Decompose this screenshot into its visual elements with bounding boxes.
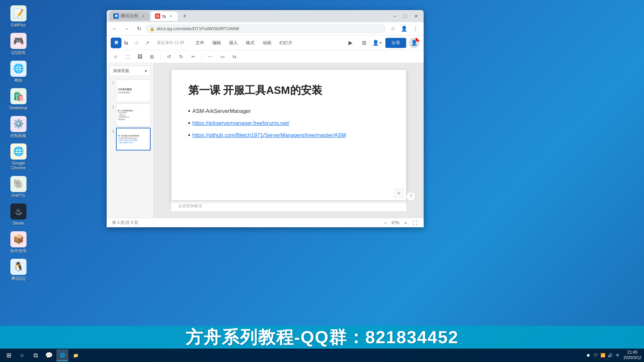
chrome-label: Google Chrome xyxy=(5,161,32,171)
status-right: − 97% + ⛶ xyxy=(382,220,418,226)
draw-shape-btn[interactable]: ⬚ xyxy=(123,52,133,62)
minimize-button[interactable]: ─ xyxy=(390,11,399,21)
tray-volume-icon[interactable]: 🔊 xyxy=(607,352,613,358)
slide-link-2[interactable]: https://github.com/Bletch1971/ServerMana… xyxy=(193,130,346,141)
search-button[interactable]: ○ xyxy=(16,349,28,361)
present-button[interactable]: ⊞ xyxy=(359,38,369,48)
notes-bar[interactable]: 点击添加备注 xyxy=(171,200,406,211)
desktop-icon-qqgame[interactable]: 🎮 QQ游戏 xyxy=(3,31,34,57)
share-small-button[interactable]: ↗ xyxy=(143,38,152,48)
window-controls: ─ □ ✕ xyxy=(390,11,421,21)
desktop-icon-steam[interactable]: ♨ Steam xyxy=(3,201,34,228)
slide-bullet-2: • https://arkservermanager.freeforums.ne… xyxy=(188,118,389,129)
fullscreen-button[interactable]: ⛶ xyxy=(412,220,418,226)
menu-button[interactable]: ⋮ xyxy=(410,23,421,34)
slide-title: 第一课 开服工具ASM的安装 xyxy=(188,83,389,98)
desktop-icon-controlpanel[interactable]: ⚙️ 控制面板 xyxy=(3,114,34,140)
add-collab-button[interactable]: 👤+ xyxy=(372,38,383,48)
close-button[interactable]: ✕ xyxy=(412,11,421,21)
notification-badge: 1 xyxy=(416,38,420,42)
maximize-button[interactable]: □ xyxy=(401,11,410,21)
slide-thumb-3: 第一课 开服工具ASM的安装 • ASM-ArkServerManager • … xyxy=(116,128,151,150)
star-button[interactable]: ☆ xyxy=(132,38,142,48)
tray-shield-icon[interactable]: 🛡 xyxy=(593,352,599,358)
corner-icon: ⊞ xyxy=(395,189,403,197)
browser-title-bar: 腾 腾讯文档 ✕ fa fa ✕ + ─ □ ✕ xyxy=(107,10,424,22)
taskbar: ⊞ ○ ⧉ 💬 🌐 📁 ⏺ 🛡 📶 🔊 中 21:45 2020/3/12 xyxy=(0,349,644,362)
menu-animation[interactable]: 动画 xyxy=(259,39,275,47)
desktop-icon-phpts[interactable]: 🐘 PHPTS xyxy=(3,174,34,200)
bookmark-button[interactable]: ☆ xyxy=(387,23,398,34)
slide-item-2[interactable]: 2 第一步 安装相关软件 • 安装Steam • 下载方舟 • 安装ASM工具 … xyxy=(109,104,151,126)
slide-link-1[interactable]: https://arkservermanager.freeforums.net/ xyxy=(193,118,289,129)
tab-close-fa[interactable]: ✕ xyxy=(168,13,173,19)
zoom-in-button[interactable]: + xyxy=(402,220,409,226)
tab-tencentdoc[interactable]: 腾 腾讯文档 ✕ xyxy=(109,11,150,21)
tab-favicon-fa: fa xyxy=(155,13,160,19)
main-content: 添加页面 ▾ 1 方舟系列教程 ASM安装教程 2 xyxy=(107,63,424,218)
slide-number-3: 3 xyxy=(109,129,114,133)
tab-close-tencentdoc[interactable]: ✕ xyxy=(140,13,146,19)
draw-undo-btn[interactable]: ↺ xyxy=(164,52,174,62)
system-clock[interactable]: 21:45 2020/3/12 xyxy=(624,350,641,360)
taskview-button[interactable]: ⧉ xyxy=(30,349,42,361)
taskbar-explorer[interactable]: 📁 xyxy=(70,349,82,361)
draw-image-btn[interactable]: 🖼 xyxy=(135,52,145,62)
slide-canvas[interactable]: 第一课 开服工具ASM的安装 • ASM-ArkServerManager • … xyxy=(171,70,406,200)
help-button[interactable]: ? xyxy=(406,192,416,201)
zoom-level: 97% xyxy=(391,221,399,225)
account-button[interactable]: 👤 xyxy=(399,23,410,34)
slide-number-2: 2 xyxy=(109,105,114,109)
slide-item-1[interactable]: 1 方舟系列教程 ASM安装教程 xyxy=(109,79,151,102)
draw-box-btn[interactable]: ▭ xyxy=(217,52,227,62)
play-button[interactable]: ▶ xyxy=(345,38,356,48)
tray-record-icon[interactable]: ⏺ xyxy=(585,352,591,358)
zoom-out-button[interactable]: − xyxy=(382,220,389,226)
system-tray: ⏺ 🛡 📶 🔊 中 xyxy=(585,352,621,358)
tab-favicon-tencentdoc: 腾 xyxy=(113,13,119,19)
bottom-banner: 方舟系列教程-QQ群：821834452 xyxy=(0,326,644,349)
notes-placeholder: 点击添加备注 xyxy=(178,203,202,209)
menu-format[interactable]: 格式 xyxy=(243,39,258,47)
tray-network-icon[interactable]: 📶 xyxy=(600,352,606,358)
draw-line-btn[interactable]: ⋯ xyxy=(205,52,215,62)
draw-arrange-btn[interactable]: ⇆ xyxy=(229,52,239,62)
draw-table-btn[interactable]: ⊞ xyxy=(147,52,157,62)
draw-redo-btn[interactable]: ↻ xyxy=(176,52,186,62)
cortana-button[interactable]: 💬 xyxy=(43,349,55,361)
slide-bullet-3: • https://github.com/Bletch1971/ServerMa… xyxy=(188,130,389,141)
user-avatar[interactable]: 👤 1 xyxy=(409,38,420,48)
back-button[interactable]: ← xyxy=(109,23,120,34)
menu-insert[interactable]: 插入 xyxy=(226,39,241,47)
address-bar[interactable]: 🔒 docs.qq.com/slide/DY1FsdWl3b0RTUWIW xyxy=(146,24,386,34)
desktop: 📝 EditPlus 🎮 QQ游戏 🌐 网络 🛍️ Deakshop ⚙️ 控制… xyxy=(0,0,644,362)
refresh-button[interactable]: ↻ xyxy=(133,23,144,34)
share-button[interactable]: 分享 xyxy=(385,38,406,48)
new-tab-button[interactable]: + xyxy=(180,11,190,21)
draw-cut-btn[interactable]: ✂ xyxy=(188,52,198,62)
desktop-icon-txqq[interactable]: 🐧 腾讯QQ xyxy=(3,257,34,283)
menu-slideshow[interactable]: 幻灯片 xyxy=(276,39,296,47)
banner-text: 方舟系列教程-QQ群：821834452 xyxy=(185,326,459,349)
add-page-button[interactable]: 添加页面 ▾ xyxy=(109,66,151,76)
tab-fa[interactable]: fa fa ✕ xyxy=(151,11,177,21)
network-label: 网络 xyxy=(14,78,22,83)
menu-file[interactable]: 文件 xyxy=(192,39,208,47)
desktop-icon-deakshop[interactable]: 🛍️ Deakshop xyxy=(3,86,34,112)
menu-edit[interactable]: 编辑 xyxy=(209,39,224,47)
slide-bullet-1-text: ASM-ArkServerManager xyxy=(193,106,251,117)
clock-date: 2020/3/12 xyxy=(624,355,641,361)
status-bar: 第 3 页/共 3 页 − 97% + ⛶ xyxy=(107,218,424,227)
forward-button[interactable]: → xyxy=(121,23,132,34)
desktop-icon-network[interactable]: 🌐 网络 xyxy=(3,59,34,85)
slide-item-3[interactable]: 3 第一课 开服工具ASM的安装 • ASM-ArkServerManager … xyxy=(109,128,151,150)
taskbar-chrome[interactable]: 🌐 xyxy=(56,349,68,361)
start-button[interactable]: ⊞ xyxy=(3,349,15,361)
desktop-icon-editplus[interactable]: 📝 EditPlus xyxy=(3,3,34,29)
tray-input-icon[interactable]: 中 xyxy=(615,352,621,358)
desktop-icon-chrome[interactable]: 🌐 Google Chrome xyxy=(3,141,34,173)
qqgame-label: QQ游戏 xyxy=(11,50,26,55)
taskbar-right: ⏺ 🛡 📶 🔊 中 21:45 2020/3/12 xyxy=(585,350,641,360)
draw-select-btn[interactable]: ⊹ xyxy=(111,52,121,62)
desktop-icon-ruanjian[interactable]: 📦 软件管理 xyxy=(3,229,34,255)
